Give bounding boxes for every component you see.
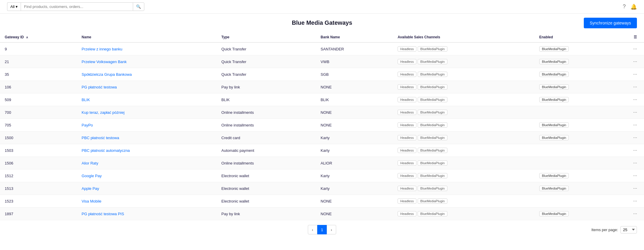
gateway-name-link[interactable]: Visa Mobile — [82, 199, 102, 203]
channel-tag: BlueMediaPlugin — [418, 186, 447, 191]
channel-tag: BlueMediaPlugin — [418, 84, 447, 90]
chevron-down-icon: ▾ — [16, 4, 18, 9]
gateway-name-link[interactable]: Google Pay — [82, 174, 102, 178]
gateway-name-link[interactable]: PBC płatność automatyczna — [82, 148, 130, 153]
cell-channels: HeadlessBlueMediaPlugin — [393, 182, 535, 195]
cell-name: Google Pay — [77, 170, 217, 182]
gateway-name-link[interactable]: Kup teraz, zapłać później — [82, 110, 125, 115]
gateway-name-link[interactable]: Przelew Volkswagen Bank — [82, 60, 127, 64]
items-per-page-area: Items per page: 25 10 50 100 — [591, 226, 637, 233]
row-actions-button[interactable]: ··· — [631, 185, 639, 192]
cell-name: Visa Mobile — [77, 195, 217, 208]
channel-tag: Headless — [398, 122, 416, 128]
row-actions-button[interactable]: ··· — [631, 58, 639, 65]
cell-name: Spółdzielcza Grupa Bankowa — [77, 68, 217, 81]
items-per-page-select[interactable]: 25 10 50 100 — [620, 226, 637, 233]
cell-name: Kup teraz, zapłać później — [77, 106, 217, 119]
cell-bank-name: Karty — [316, 131, 393, 144]
cell-enabled: BlueMediaPlugin — [535, 93, 626, 106]
cell-name: Alior Raty — [77, 157, 217, 170]
items-per-page-label: Items per page: — [591, 228, 618, 232]
gateway-name-link[interactable]: Przelew z innego banku — [82, 47, 122, 51]
sync-button[interactable]: Synchronize gateways — [584, 18, 637, 28]
channel-tag: Headless — [398, 211, 416, 216]
cell-gateway-id: 1503 — [0, 144, 77, 157]
help-icon[interactable]: ? — [623, 4, 626, 10]
row-actions-button[interactable]: ··· — [631, 84, 639, 90]
row-actions-button[interactable]: ··· — [631, 210, 639, 217]
row-actions-button[interactable]: ··· — [631, 147, 639, 154]
enabled-tag: BlueMediaPlugin — [539, 46, 569, 52]
gateway-name-link[interactable]: PG płatność testowa PIS — [82, 212, 124, 216]
gateway-name-link[interactable]: BLIK — [82, 98, 90, 102]
cell-gateway-id: 509 — [0, 93, 77, 106]
cell-actions: ··· — [626, 119, 644, 131]
enabled-tag: BlueMediaPlugin — [539, 84, 569, 90]
cell-type: Pay by link — [217, 208, 316, 220]
cell-gateway-id: 705 — [0, 119, 77, 131]
row-actions-button[interactable]: ··· — [631, 71, 639, 78]
prev-page-button[interactable]: ‹ — [308, 225, 317, 234]
table-row: 9Przelew z innego bankuQuick TransferSAN… — [0, 42, 644, 55]
row-actions-button[interactable]: ··· — [631, 160, 639, 166]
cell-channels: HeadlessBlueMediaPlugin — [393, 144, 535, 157]
cell-name: PG płatność testowa PIS — [77, 208, 217, 220]
next-page-button[interactable]: › — [327, 225, 336, 234]
row-actions-button[interactable]: ··· — [631, 109, 639, 116]
row-actions-button[interactable]: ··· — [631, 172, 639, 179]
table-row: 1897PG płatność testowa PISPay by linkNO… — [0, 208, 644, 220]
th-bank-name: Bank Name — [316, 32, 393, 42]
cell-gateway-id: 1513 — [0, 182, 77, 195]
cell-type: Quick Transfer — [217, 42, 316, 55]
cell-type: Pay by link — [217, 81, 316, 93]
table-row: 1512Google PayElectronic walletKartyHead… — [0, 170, 644, 182]
row-actions-button[interactable]: ··· — [631, 122, 639, 128]
page-header: Blue Media Gateways Synchronize gateways — [0, 14, 644, 32]
gateway-name-link[interactable]: Alior Raty — [82, 161, 98, 165]
pagination-bar: ‹ 1 › Items per page: 25 10 50 100 — [0, 220, 644, 239]
cell-enabled: BlueMediaPlugin — [535, 55, 626, 68]
cell-name: PBC płatność testowa — [77, 131, 217, 144]
cell-enabled: BlueMediaPlugin — [535, 119, 626, 131]
cell-actions: ··· — [626, 68, 644, 81]
th-gateway-id[interactable]: Gateway ID ∧ — [0, 32, 77, 42]
row-actions-button[interactable]: ··· — [631, 134, 639, 141]
table-row: 1503PBC płatność automatycznaAutomatic p… — [0, 144, 644, 157]
page-1-button[interactable]: 1 — [317, 225, 327, 234]
gateway-name-link[interactable]: PBC płatność testowa — [82, 136, 119, 140]
table-row: 106PG płatność testowaPay by linkNONEHea… — [0, 81, 644, 93]
table-row: 1506Alior RatyOnline installmentsALIORHe… — [0, 157, 644, 170]
cell-type: BLIK — [217, 93, 316, 106]
cell-name: PayPo — [77, 119, 217, 131]
enabled-tag: BlueMediaPlugin — [539, 59, 569, 64]
row-actions-button[interactable]: ··· — [631, 198, 639, 204]
gateway-name-link[interactable]: PayPo — [82, 123, 93, 127]
enabled-tag: BlueMediaPlugin — [539, 72, 569, 77]
cell-bank-name: Karty — [316, 170, 393, 182]
cell-type: Electronic wallet — [217, 195, 316, 208]
channel-tag: BlueMediaPlugin — [418, 59, 447, 64]
enabled-tag: BlueMediaPlugin — [539, 186, 569, 191]
gateway-name-link[interactable]: PG płatność testowa — [82, 85, 117, 89]
cell-channels: HeadlessBlueMediaPlugin — [393, 68, 535, 81]
table-row: 35Spółdzielcza Grupa BankowaQuick Transf… — [0, 68, 644, 81]
cell-channels: HeadlessBlueMediaPlugin — [393, 195, 535, 208]
cell-channels: HeadlessBlueMediaPlugin — [393, 42, 535, 55]
notification-icon[interactable]: 🔔 — [630, 4, 637, 10]
channel-tag: Headless — [398, 97, 416, 102]
table-body: 9Przelew z innego bankuQuick TransferSAN… — [0, 42, 644, 220]
cell-type: Online installments — [217, 157, 316, 170]
table-row: 1500PBC płatność testowaCredit cardKarty… — [0, 131, 644, 144]
search-button[interactable]: 🔍 — [133, 2, 144, 11]
cell-bank-name: SGB — [316, 68, 393, 81]
gateway-name-link[interactable]: Apple Pay — [82, 186, 99, 191]
cell-type: Online installments — [217, 106, 316, 119]
search-filter-button[interactable]: All ▾ — [7, 2, 21, 11]
cell-bank-name: VWB — [316, 55, 393, 68]
row-actions-button[interactable]: ··· — [631, 96, 639, 103]
cell-actions: ··· — [626, 55, 644, 68]
row-actions-button[interactable]: ··· — [631, 46, 639, 52]
search-input[interactable] — [21, 2, 133, 11]
gateway-name-link[interactable]: Spółdzielcza Grupa Bankowa — [82, 72, 132, 77]
cell-bank-name: Karty — [316, 182, 393, 195]
